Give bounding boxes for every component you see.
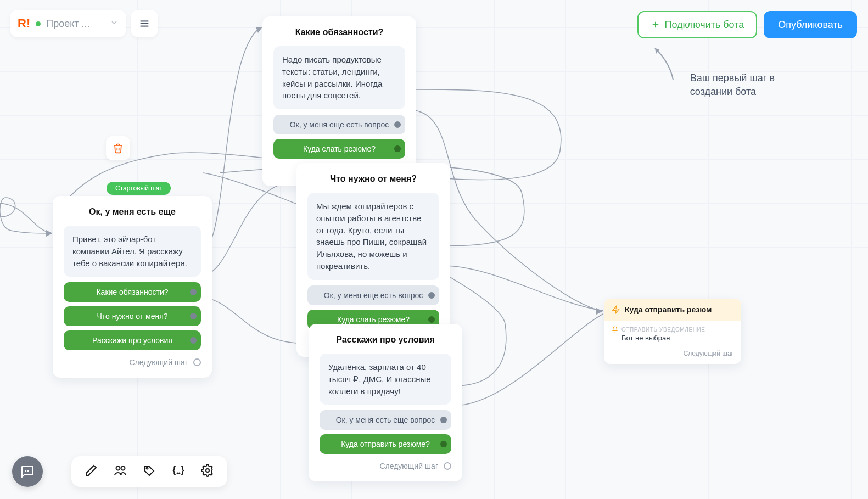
option-more-question[interactable]: Ок, у меня еще есть вопрос <box>307 285 439 305</box>
pencil-icon <box>85 464 98 477</box>
output-port-icon[interactable] <box>190 337 197 344</box>
node-title: Какие обязанности? <box>273 27 405 37</box>
node-body-text: Надо писать продуктовые тексты: статьи, … <box>273 46 405 109</box>
chat-icon <box>21 465 34 478</box>
svg-point-13 <box>27 470 29 472</box>
node-start[interactable]: Ок, у меня есть еще Привет, это эйчар-бо… <box>53 196 212 378</box>
start-step-badge: Стартовый шаг <box>107 182 171 195</box>
trash-icon <box>113 143 124 154</box>
tag-icon <box>143 464 156 477</box>
edit-tool[interactable] <box>85 464 98 479</box>
node-title: Куда отправить резюм <box>625 305 712 314</box>
output-port-icon[interactable] <box>394 121 401 128</box>
onboarding-hint: Ваш первый шаг в создании бота <box>690 71 775 99</box>
delete-button[interactable] <box>106 136 130 160</box>
option-send-resume[interactable]: Куда отправить резюме? <box>320 434 451 454</box>
node-conditions[interactable]: Расскажи про условия Удалёнка, зарплата … <box>309 324 462 481</box>
svg-marker-10 <box>655 48 659 54</box>
svg-point-17 <box>177 473 178 474</box>
menu-icon <box>138 18 150 30</box>
lightning-icon <box>612 305 620 314</box>
output-port-icon[interactable] <box>440 441 447 447</box>
node-duties[interactable]: Какие обязанности? Надо писать продуктов… <box>262 16 416 186</box>
output-port-icon[interactable] <box>394 145 401 152</box>
node-body-text: Мы ждем копирайтеров с опытом работы в а… <box>307 193 439 280</box>
svg-point-19 <box>206 469 209 472</box>
connect-bot-label: Подключить бота <box>665 19 744 31</box>
chevron-down-icon <box>110 18 119 29</box>
output-port-icon[interactable] <box>440 417 447 423</box>
output-port-icon[interactable] <box>190 289 197 295</box>
chat-button[interactable] <box>12 456 43 487</box>
hint-arrow-icon <box>648 44 681 82</box>
next-port-icon[interactable] <box>444 462 451 470</box>
settings-tool[interactable] <box>201 464 214 479</box>
publish-label: Опубликовать <box>778 19 843 30</box>
tag-tool[interactable] <box>143 464 156 479</box>
users-tool[interactable] <box>113 464 127 479</box>
node-body-text: Привет, это эйчар-бот компании Айтел. Я … <box>64 226 201 277</box>
output-port-icon[interactable] <box>428 316 435 323</box>
json-tool[interactable] <box>171 464 186 479</box>
node-title: Расскажи про условия <box>320 335 451 345</box>
publish-button[interactable]: Опубликовать <box>764 11 857 38</box>
option-more-question[interactable]: Ок, у меня есть еще вопрос <box>320 410 451 430</box>
svg-point-18 <box>179 473 180 474</box>
svg-point-16 <box>147 468 148 469</box>
option-more-question[interactable]: Ок, у меня еще есть вопрос <box>273 115 405 134</box>
status-dot-icon <box>36 21 41 26</box>
option-send-resume[interactable]: Куда слать резюме? <box>273 139 405 159</box>
next-port-icon[interactable] <box>193 358 201 366</box>
node-title: Ок, у меня есть еще <box>64 207 201 217</box>
node-send-resume[interactable]: Куда отправить резюм ОТПРАВИТЬ УВЕДОМЛЕН… <box>604 299 741 364</box>
plus-icon <box>651 20 660 30</box>
next-step-row[interactable]: Следующий шаг <box>64 358 201 367</box>
svg-point-15 <box>121 467 125 470</box>
menu-button[interactable] <box>131 10 158 37</box>
output-port-icon[interactable] <box>190 313 197 319</box>
svg-point-12 <box>25 470 26 472</box>
notification-value: Бот не выбран <box>621 334 733 342</box>
node-body-text: Удалёнка, зарплата от 40 тысяч ₽, ДМС. И… <box>320 354 451 405</box>
output-port-icon[interactable] <box>428 292 435 299</box>
svg-marker-11 <box>613 306 619 313</box>
next-step-row[interactable]: Следующий шаг <box>604 350 741 364</box>
project-selector[interactable]: R! Проект ... <box>10 10 126 37</box>
braces-icon <box>171 464 186 477</box>
gear-icon <box>201 464 214 477</box>
bell-icon <box>612 326 618 333</box>
users-icon <box>113 464 127 477</box>
project-name: Проект ... <box>46 18 104 30</box>
option-duties[interactable]: Какие обязанности? <box>64 282 201 302</box>
next-step-row[interactable]: Следующий шаг <box>320 462 451 470</box>
option-need[interactable]: Что нужно от меня? <box>64 306 201 326</box>
notification-label: ОТПРАВИТЬ УВЕДОМЛЕНИЕ <box>621 327 705 333</box>
node-title: Что нужно от меня? <box>307 174 439 184</box>
svg-point-14 <box>116 467 120 470</box>
option-conditions[interactable]: Расскажи про условия <box>64 330 201 350</box>
connect-bot-button[interactable]: Подключить бота <box>637 11 758 38</box>
app-logo: R! <box>18 16 30 31</box>
bottom-toolbar <box>71 456 227 487</box>
